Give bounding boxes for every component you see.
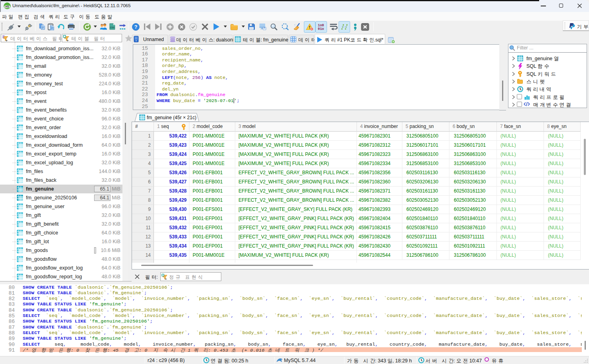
svg-text:?: ? <box>134 24 138 30</box>
svg-text:01o: 01o <box>318 27 324 30</box>
svg-text:HS: HS <box>5 5 9 8</box>
svg-text:CSV: CSV <box>110 26 115 29</box>
